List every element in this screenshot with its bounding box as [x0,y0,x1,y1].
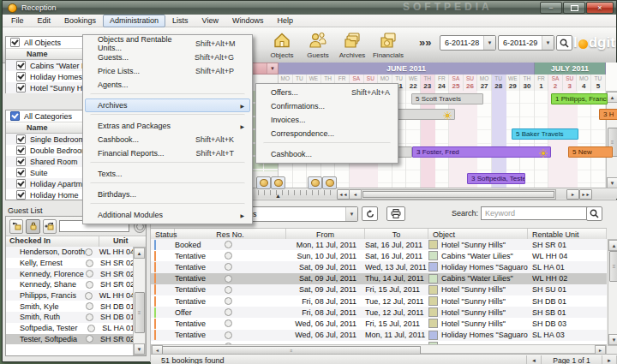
menubar-item[interactable]: View [195,15,225,27]
booking-bar[interactable]: 5 Scott Travels [411,93,483,104]
day-header-cell[interactable]: SA 2 [548,75,563,91]
category-checkbox[interactable] [16,146,26,155]
guest-row[interactable]: Henderson, Dorothy WL HH 04 [6,247,135,258]
menu-item[interactable] [90,162,245,164]
scrollbar-thumb[interactable]: ≡ [162,346,421,355]
guest-row[interactable]: Kennedy, Shane SH SR 02 [6,279,135,290]
object-checkbox[interactable] [16,61,26,70]
booking-row[interactable]: Tentative Fri, 08 Jul, 2011 Tue, 12 Jul,… [151,295,607,307]
piggy-bank-button[interactable] [322,176,337,189]
menu-item[interactable]: Confirmations... [258,99,396,113]
menu-item[interactable]: Guests... Shift+Alt+G [85,51,250,64]
guest-row[interactable]: Smith, Ruth SH DB 01 [6,312,135,323]
day-header-cell[interactable]: TH 30 [520,75,535,91]
booking-row[interactable]: Tentative Sat, 09 Jul, 2011 Thu, 14 Jul,… [151,273,607,284]
scroll-left-button[interactable]: ◄ [349,189,362,200]
menu-item[interactable] [90,203,245,206]
guests-toolbar-button[interactable]: Guests [301,30,335,61]
piggy-bank-button[interactable] [256,176,271,189]
refresh-button[interactable] [362,206,378,221]
booking-row[interactable]: Tentative Sat, 09 Jul, 2011 Wed, 13 Jul,… [151,261,607,272]
print-button[interactable] [386,206,405,221]
archives-toolbar-button[interactable]: Archives [335,30,369,61]
zoom-slider-handle[interactable]: ▲ [275,193,281,199]
category-checkbox[interactable] [16,134,26,144]
menu-item[interactable]: Correspondence... [258,127,396,140]
booking-row[interactable]: Booked Mon, 11 Jul, 2011 Sat, 16 Jul, 20… [151,239,607,250]
search-input[interactable] [481,206,590,220]
guest-row[interactable]: Philipps, Francis WL HH 04 [6,290,135,301]
menu-item[interactable]: Additional Modules ▶ [85,208,250,222]
scroll-up-icon[interactable]: ▲ [607,92,617,103]
guest-list-scrollbar[interactable]: ▲ ≡ ▼ [133,247,146,355]
category-checkbox[interactable] [16,168,26,177]
booking-row[interactable]: Tentative Wed, 06 Jul, 2011 Fri, 15 Jul,… [151,318,607,329]
day-header-cell[interactable]: SU 3 [563,75,578,91]
financials-toolbar-button[interactable]: Financials [371,30,405,61]
check-in-button[interactable] [43,219,57,234]
piggy-bank-button[interactable] [308,176,322,189]
category-checkbox[interactable] [16,190,26,200]
menu-item[interactable]: Invoices... [258,113,396,127]
unit-column-header[interactable]: Unit [99,236,129,247]
day-header-cell[interactable]: TU 5 [591,75,606,91]
search-button[interactable] [586,206,602,221]
piggy-bank-button[interactable] [271,176,285,189]
day-header-cell[interactable]: SA 25 [449,75,464,91]
scrollbar-thumb[interactable]: ≡ [135,292,145,333]
booking-row[interactable]: Tentative Sun, 10 Jul, 2011 Sat, 16 Jul,… [151,250,607,261]
menu-item[interactable]: Objects and Rentable Units... Shift+Alt+… [85,37,250,51]
bookings-vertical-scrollbar[interactable]: ▲ ≡ ▼ [608,239,617,346]
guest-row[interactable]: Kennedy, Florence SH SR 02 [6,268,135,279]
menu-item[interactable] [263,142,391,145]
menu-item[interactable]: Cashbook... [258,147,396,161]
menu-item[interactable]: Agents... [85,78,250,92]
menu-item[interactable]: Cashbook... Shift+Alt+K [85,133,250,146]
bookings-horizontal-scrollbar[interactable]: ◄ ≡ ► [151,344,607,354]
booking-bar[interactable]: 3 H [599,109,617,120]
week-start-select[interactable]: 6-2011-28 ▼ [440,35,496,51]
guest-row[interactable]: Softpedia, Tester SL HA 01 [6,323,135,334]
menubar-item[interactable]: Bookings [57,15,103,27]
day-header-cell[interactable]: MO 27 [477,75,492,91]
next-page-button[interactable]: ► [602,355,617,364]
menu-item[interactable] [90,93,245,96]
booking-row[interactable]: Offer Fri, 08 Jul, 2011 Tue, 12 Jul, 201… [151,307,607,318]
day-header-cell[interactable]: WE 22 [406,75,421,91]
menubar-item[interactable]: Administration [103,15,165,27]
scroll-up-icon[interactable]: ▲ [608,240,617,251]
category-checkbox[interactable] [16,157,26,166]
menu-item[interactable] [90,182,245,185]
menu-item[interactable]: Offers... Shift+Alt+A [258,86,396,99]
calendar-options-cell[interactable]: ▼ [249,63,279,75]
object-checkbox[interactable] [16,72,26,81]
minimize-button[interactable]: – [540,2,562,14]
calendar-vertical-scrollbar[interactable]: ▲ ≡ ▼ [606,91,617,189]
calendar-horizontal-scrollbar[interactable] [361,189,556,200]
day-header-cell[interactable]: TH 23 [421,75,435,91]
scroll-far-left-button[interactable]: ◄◄ [337,189,350,200]
menubar-item[interactable]: Edit [31,15,58,27]
menu-item[interactable]: Texts... [85,167,250,181]
in-house-button[interactable] [26,219,39,234]
menu-item[interactable] [90,114,245,116]
scroll-up-icon[interactable]: ▲ [134,248,145,259]
toolbar-overflow-chevron[interactable]: »» [419,36,431,49]
guest-row[interactable]: Kelly, Ernest SH SR 02 [6,258,135,269]
guest-row[interactable]: Tester, Softpedia SH SR 02 [6,334,135,345]
booking-bar[interactable]: 5 New [568,146,613,158]
menubar-item[interactable]: Windows [225,15,271,27]
booking-row[interactable]: Tentative Wed, 06 Jul, 2011 Mon, 11 Jul,… [151,330,607,341]
category-checkbox[interactable] [16,179,26,188]
menu-item[interactable]: Extras and Packages ▶ [85,119,250,133]
title-bar[interactable]: Reception – × [3,1,616,15]
calendar-search-button[interactable] [556,35,572,51]
menubar-item[interactable]: File [4,15,31,27]
day-header-cell[interactable]: WE 29 [506,75,521,91]
menubar-item[interactable]: Help [270,15,300,27]
booking-bar[interactable]: 3 Softpedia, Teste [467,173,525,184]
menu-item[interactable]: Price Lists... Shift+Alt+P [85,64,250,78]
previous-page-button[interactable]: ◄ [526,355,542,364]
booking-row[interactable]: Tentative Sat, 09 Jul, 2011 Fri, 15 Jul,… [151,284,607,295]
day-header-cell[interactable]: FR 24 [435,75,450,91]
